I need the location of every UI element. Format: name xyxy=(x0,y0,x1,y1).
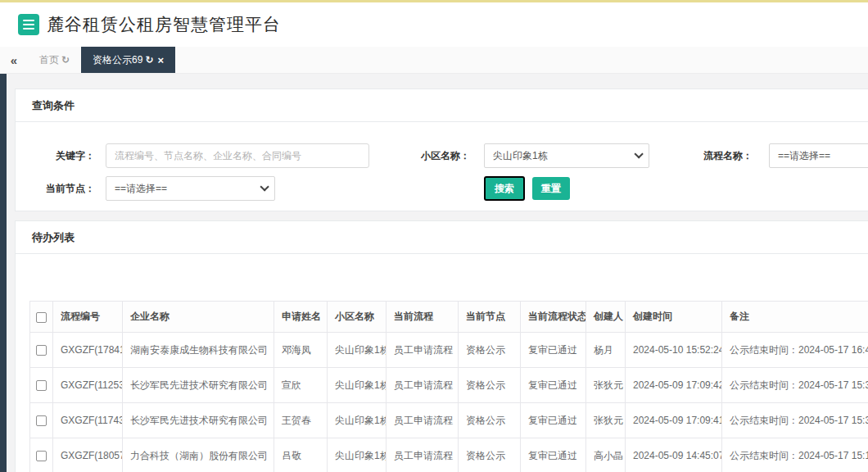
app-header: 麓谷租赁公租房智慧管理平台 xyxy=(0,2,868,47)
row-checkbox[interactable] xyxy=(36,345,47,356)
keyword-input[interactable] xyxy=(106,143,369,168)
todo-list-panel: 待办列表 流程编号企业名称申请姓名小区名称当前流程当前节点当前流程状态创建人创建… xyxy=(15,220,868,472)
page-title: 麓谷租赁公租房智慧管理平台 xyxy=(47,13,281,36)
community-label: 小区名称： xyxy=(388,143,470,168)
collapse-tabs-icon[interactable]: « xyxy=(0,47,28,73)
query-form: 关键字： 小区名称： 尖山印象1栋 流程名称： ==请选择== 当前节点： ==… xyxy=(16,122,868,216)
search-button[interactable]: 搜索 xyxy=(484,176,525,201)
table-cell: 杨月 xyxy=(586,333,626,368)
table-cell: 吕敬 xyxy=(274,438,328,472)
table-cell: 力合科技（湖南）股份有限公司 xyxy=(123,438,274,472)
row-checkbox[interactable] xyxy=(36,451,47,461)
table-header-row: 流程编号企业名称申请姓名小区名称当前流程当前节点当前流程状态创建人创建时间备注 xyxy=(30,302,868,333)
table-cell: 公示结束时间：2024-05-17 15:34:38 xyxy=(722,368,868,403)
community-select-value: 尖山印象1栋 xyxy=(493,149,548,163)
menu-toggle-button[interactable] xyxy=(18,14,39,35)
table-cell: GXGZF(11253) xyxy=(53,368,123,403)
todo-panel-title: 待办列表 xyxy=(16,221,868,254)
query-conditions-panel: 查询条件 关键字： 小区名称： 尖山印象1栋 流程名称： ==请选择== 当前节… xyxy=(15,88,868,211)
table-cell: 资格公示 xyxy=(459,438,521,472)
tab-home[interactable]: 首页↻ xyxy=(28,47,81,73)
table-cell: 资格公示 xyxy=(459,333,521,368)
table-cell: 尖山印象1栋 xyxy=(328,403,387,438)
node-select[interactable]: ==请选择== xyxy=(106,176,275,201)
column-header[interactable]: 备注 xyxy=(722,302,868,333)
table-cell: 复审已通过 xyxy=(521,333,586,368)
table-cell: 尖山印象1栋 xyxy=(328,333,387,368)
table-cell: 复审已通过 xyxy=(521,438,586,472)
refresh-icon[interactable]: ↻ xyxy=(61,54,70,66)
refresh-icon[interactable]: ↻ xyxy=(145,54,153,66)
table-cell: 2024-05-09 17:09:41 xyxy=(626,403,722,438)
table-cell: GXGZF(11743) xyxy=(53,403,123,438)
row-checkbox[interactable] xyxy=(36,415,47,426)
column-header[interactable]: 小区名称 xyxy=(328,302,387,333)
table-row: GXGZF(18057)力合科技（湖南）股份有限公司吕敬尖山印象1栋员工申请流程… xyxy=(30,438,868,472)
table-cell: 2024-05-09 14:45:07 xyxy=(626,438,722,472)
node-select-value: ==请选择== xyxy=(115,182,167,196)
column-header[interactable]: 流程编号 xyxy=(53,302,123,333)
table-cell: 公示结束时间：2024-05-17 16:40:39 xyxy=(722,333,868,368)
table-cell: 尖山印象1栋 xyxy=(328,438,387,472)
column-header[interactable]: 创建人 xyxy=(586,302,626,333)
table-cell: 员工申请流程 xyxy=(387,438,459,472)
table-cell: 资格公示 xyxy=(459,403,521,438)
table-cell: 员工申请流程 xyxy=(387,333,459,368)
column-header[interactable]: 企业名称 xyxy=(123,302,274,333)
column-header[interactable]: 创建时间 xyxy=(626,302,722,333)
table-cell: 员工申请流程 xyxy=(387,368,459,403)
table-cell: 公示结束时间：2024-05-17 15:34:24 xyxy=(722,403,868,438)
tab-home-label: 首页 xyxy=(39,53,59,67)
hamburger-icon xyxy=(23,20,34,21)
main-content: 查询条件 关键字： 小区名称： 尖山印象1栋 流程名称： ==请选择== 当前节… xyxy=(0,74,868,472)
table-cell: 尖山印象1栋 xyxy=(328,368,387,403)
column-header[interactable]: 当前流程状态 xyxy=(521,302,586,333)
table-cell: 复审已通过 xyxy=(521,368,586,403)
reset-button[interactable]: 重置 xyxy=(532,177,570,200)
table-cell: GXGZF(18057) xyxy=(53,438,123,472)
community-select[interactable]: 尖山印象1栋 xyxy=(484,143,649,168)
column-header[interactable]: 申请姓名 xyxy=(274,302,328,333)
table-cell: GXGZF(17841) xyxy=(53,333,123,368)
tab-bar: « 首页↻ 资格公示69↻× xyxy=(0,47,868,74)
table-cell: 张狄元 xyxy=(586,403,626,438)
table-cell: 公示结束时间：2024-05-17 15:16:07 xyxy=(722,438,868,472)
chevron-down-icon xyxy=(634,149,643,158)
table-cell: 2024-05-10 15:52:24 xyxy=(626,333,722,368)
table-cell: 王贺春 xyxy=(274,403,328,438)
table-cell: 高小晶 xyxy=(586,438,626,472)
table-row: GXGZF(11743)长沙军民先进技术研究有限公司王贺春尖山印象1栋员工申请流… xyxy=(30,403,868,438)
close-icon[interactable]: × xyxy=(157,54,164,66)
tab-qualification-publicity[interactable]: 资格公示69↻× xyxy=(81,47,175,73)
table-cell: 复审已通过 xyxy=(521,403,586,438)
table-cell: 资格公示 xyxy=(459,368,521,403)
query-panel-title: 查询条件 xyxy=(16,89,868,122)
tab-qualification-label: 资格公示69 xyxy=(93,53,142,67)
table-cell: 长沙军民先进技术研究有限公司 xyxy=(123,368,274,403)
table-row: GXGZF(11253)长沙军民先进技术研究有限公司宣欣尖山印象1栋员工申请流程… xyxy=(30,368,868,403)
column-header[interactable]: 当前节点 xyxy=(459,302,521,333)
table-cell: 张狄元 xyxy=(586,368,626,403)
todo-table-wrap: 流程编号企业名称申请姓名小区名称当前流程当前节点当前流程状态创建人创建时间备注 … xyxy=(16,254,868,472)
table-row: GXGZF(17841)湖南安泰康成生物科技有限公司邓海凤尖山印象1栋员工申请流… xyxy=(30,333,868,368)
table-cell: 员工申请流程 xyxy=(387,403,459,438)
todo-table: 流程编号企业名称申请姓名小区名称当前流程当前节点当前流程状态创建人创建时间备注 … xyxy=(29,301,868,472)
table-cell: 湖南安泰康成生物科技有限公司 xyxy=(123,333,274,368)
table-cell: 宣欣 xyxy=(274,368,328,403)
node-label: 当前节点： xyxy=(16,176,95,201)
table-body: GXGZF(17841)湖南安泰康成生物科技有限公司邓海凤尖山印象1栋员工申请流… xyxy=(30,333,868,472)
column-header[interactable]: 当前流程 xyxy=(387,302,459,333)
table-cell: 邓海凤 xyxy=(274,333,328,368)
row-checkbox[interactable] xyxy=(36,380,47,391)
table-cell: 长沙军民先进技术研究有限公司 xyxy=(123,403,274,438)
chevron-down-icon xyxy=(260,182,269,191)
process-select[interactable]: ==请选择== xyxy=(769,143,868,168)
process-label: 流程名称： xyxy=(671,143,753,168)
select-all-checkbox[interactable] xyxy=(36,312,47,323)
table-cell: 2024-05-09 17:09:42 xyxy=(626,368,722,403)
keyword-label: 关键字： xyxy=(16,143,95,168)
process-select-value: ==请选择== xyxy=(778,149,830,163)
